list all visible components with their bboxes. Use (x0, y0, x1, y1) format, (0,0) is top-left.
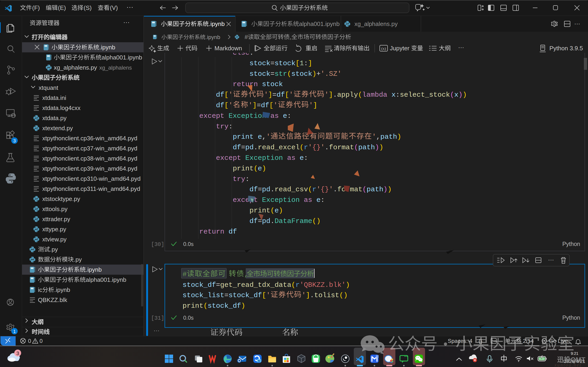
svg-text:'.SZ': '.SZ' (321, 70, 341, 78)
svg-text:': ' (324, 91, 329, 99)
svg-text:=: = (257, 101, 261, 109)
svg-text:.py: .py (50, 246, 58, 253)
svg-text:[31]: [31] (151, 315, 164, 321)
svg-text:(: ( (291, 281, 295, 289)
svg-text:(: ( (287, 70, 291, 78)
svg-text:xg_alphalens: xg_alphalens (99, 65, 132, 71)
svg-text:=: = (270, 70, 274, 78)
svg-text::: : (396, 91, 400, 99)
svg-text:path: path (367, 186, 383, 193)
svg-text:e: e (316, 196, 320, 204)
svg-text:(: ( (308, 186, 312, 193)
svg-text:path: path (358, 143, 375, 151)
svg-text:stock_list: stock_list (182, 292, 224, 299)
svg-text:(x): (x) (381, 46, 386, 51)
svg-text:pd: pd (262, 186, 270, 193)
svg-text:xtpythonclient.cp39-win_amd64.: xtpythonclient.cp39-win_amd64.pyd (42, 165, 137, 172)
svg-text:xttools.py: xttools.py (42, 206, 68, 212)
svg-text:.ipynb: .ipynb (209, 20, 225, 27)
svg-text:(: ( (358, 91, 362, 99)
svg-text:format: format (337, 186, 362, 193)
svg-text:Jupyter: Jupyter (390, 45, 410, 52)
svg-text:return: return (233, 80, 258, 88)
svg-text::: : (229, 123, 233, 130)
svg-text:]: ] (329, 91, 333, 99)
svg-text:': ' (302, 292, 306, 299)
svg-text:str: str (274, 70, 287, 78)
svg-text:···: ··· (548, 256, 554, 263)
svg-text:'QBKZZ.blk': 'QBKZZ.blk' (300, 281, 346, 289)
svg-text:0: 0 (28, 338, 31, 344)
svg-text:': ' (309, 101, 313, 109)
svg-text:xuntou.net: xuntou.net (554, 362, 581, 367)
svg-text:=: = (258, 186, 262, 193)
svg-text:': ' (316, 186, 320, 193)
svg-text:xtdata.log4cxx: xtdata.log4cxx (42, 105, 80, 111)
svg-text:r: r (295, 281, 299, 289)
svg-text:,: , (290, 33, 291, 41)
svg-text:df: df (249, 217, 258, 225)
svg-text:xttype.py: xttype.py (42, 226, 66, 233)
svg-text:[: [ (224, 91, 229, 99)
svg-text:alpha001.ipynb: alpha001.ipynb (86, 276, 126, 283)
svg-text:read_csv: read_csv (274, 186, 308, 193)
svg-text:Markdown: Markdown (214, 45, 242, 52)
svg-text:try: try (216, 123, 229, 130)
svg-text::: : (321, 196, 325, 204)
svg-text:as: as (270, 112, 279, 120)
svg-text:): ) (458, 91, 462, 99)
svg-text:stock: stock (291, 70, 312, 78)
svg-text:,: , (262, 133, 266, 141)
svg-text:(: ( (300, 143, 304, 151)
svg-text:df: df (277, 91, 285, 99)
svg-text:]: ] (306, 292, 310, 299)
svg-text:): ) (279, 207, 283, 215)
svg-text:.: . (254, 143, 258, 151)
svg-text:df: df (229, 228, 237, 236)
svg-text:): ) (312, 70, 316, 78)
svg-text:': ' (248, 101, 252, 109)
svg-text:print: print (233, 165, 254, 173)
svg-text:=: = (224, 292, 229, 299)
svg-text:.: . (310, 292, 314, 299)
svg-text:': ' (229, 101, 233, 109)
svg-text:': ' (266, 133, 270, 141)
svg-text:select_stock: select_stock (400, 91, 450, 99)
svg-text:stock_df: stock_df (208, 302, 241, 310)
svg-text:df: df (233, 143, 241, 151)
svg-text:(: ( (363, 186, 367, 193)
svg-text:[: [ (285, 91, 289, 99)
svg-text:print: print (182, 302, 204, 310)
svg-text:stock: stock (274, 59, 295, 67)
svg-text:=: = (216, 281, 220, 289)
svg-text:Exception: Exception (229, 112, 266, 120)
svg-text:get_read_tdx_data: get_read_tdx_data (220, 281, 291, 289)
svg-text::: : (304, 59, 308, 67)
svg-text::: : (287, 112, 291, 120)
svg-text:,: , (376, 133, 380, 141)
svg-text:.: . (270, 186, 274, 193)
svg-text:(E): (E) (58, 4, 66, 11)
svg-text:apply: apply (337, 91, 358, 99)
svg-text:=: = (241, 143, 245, 151)
svg-text:(: ( (204, 302, 208, 310)
svg-text:): ) (375, 143, 379, 151)
svg-text:r: r (304, 143, 308, 151)
svg-text:return: return (199, 228, 224, 236)
svg-text:as: as (287, 154, 295, 162)
svg-text:(: ( (254, 165, 258, 173)
svg-text:print: print (249, 207, 270, 215)
svg-text:print: print (233, 133, 254, 141)
svg-text:[: [ (269, 101, 273, 109)
svg-text:.ipynb: .ipynb (54, 286, 70, 293)
svg-text:stock_df: stock_df (182, 281, 216, 289)
svg-text:(: ( (312, 217, 316, 225)
svg-text:xtstocktype.py: xtstocktype.py (42, 195, 80, 202)
svg-text:Python: Python (562, 314, 580, 321)
svg-text:[: [ (295, 59, 299, 67)
svg-text:': ' (308, 143, 312, 151)
svg-text:stock: stock (262, 80, 283, 88)
svg-text:9:21: 9:21 (571, 351, 578, 356)
svg-text:xtpythonclient.cp36-win_amd64.: xtpythonclient.cp36-win_amd64.pyd (42, 135, 137, 142)
svg-text:xtview.py: xtview.py (42, 236, 67, 243)
